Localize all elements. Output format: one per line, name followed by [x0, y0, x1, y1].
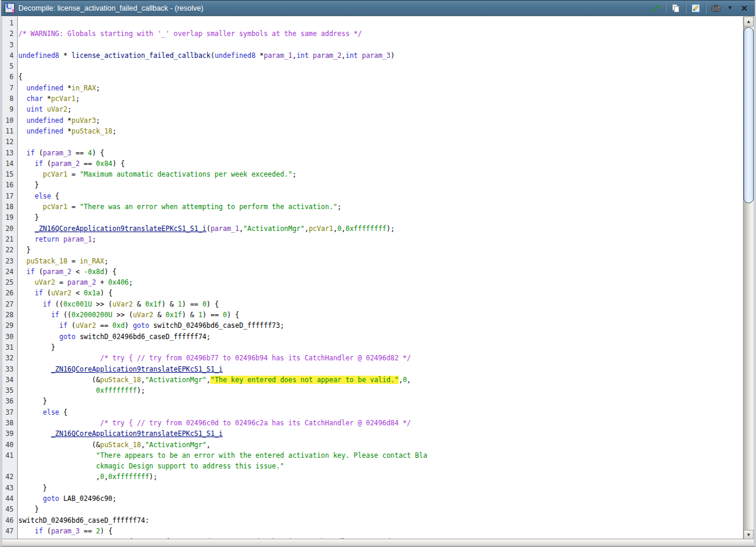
snapshot-camera-icon[interactable] — [709, 2, 723, 15]
code-line[interactable]: 38 /* try { // try from 02496c0d to 0249… — [2, 418, 743, 428]
vertical-scrollbar[interactable]: ▲ ▼ — [743, 17, 754, 540]
line-content: goto LAB_02496c90; — [16, 493, 116, 504]
line-number: 43 — [2, 483, 16, 493]
line-number: 36 — [2, 396, 16, 406]
code-line[interactable]: 14 if (param_2 == 0x84) { — [2, 158, 743, 169]
line-content: if (param_3 == 4) { — [16, 148, 104, 158]
line-number: 1 — [2, 18, 16, 28]
line-content: (&puStack_18,"ActivationMgr", — [16, 439, 210, 450]
horizontal-scrollbar[interactable] — [2, 539, 754, 545]
line-content: else { — [16, 191, 59, 201]
line-number: 45 — [2, 504, 16, 515]
code-line[interactable]: 22 } — [2, 245, 743, 255]
line-number: 25 — [2, 277, 16, 288]
code-line[interactable]: 10 undefined *puVar3; — [2, 115, 743, 126]
line-content: "There appears to be an error with the e… — [16, 450, 427, 461]
titlebar-actions: ▼ ✕ — [649, 1, 751, 15]
code-line[interactable]: 7 undefined *in_RAX; — [2, 83, 743, 93]
line-content: if (uVar2 < 0x1a) { — [16, 288, 112, 298]
code-line[interactable]: 3 — [2, 40, 743, 50]
code-line[interactable]: 13 if (param_3 == 4) { — [2, 148, 743, 158]
code-line[interactable]: 31 } — [2, 342, 743, 353]
line-number — [2, 461, 16, 471]
line-number: 30 — [2, 331, 16, 342]
code-line[interactable]: 23 puStack_18 = in_RAX; — [2, 256, 743, 266]
code-line[interactable]: 33 _ZN16QCoreApplication9translateEPKcS1… — [2, 364, 743, 375]
code-line[interactable]: 21 return param_1; — [2, 234, 743, 245]
scroll-down-button[interactable]: ▼ — [744, 530, 754, 540]
code-line[interactable]: 25 uVar2 = param_2 + 0x406; — [2, 277, 743, 288]
code-line[interactable]: 8 char *pcVar1; — [2, 93, 743, 104]
line-number: 5 — [2, 61, 16, 71]
code-line[interactable]: 39 _ZN16QCoreApplication9translateEPKcS1… — [2, 428, 743, 439]
code-line[interactable]: 41 "There appears to be an error with th… — [2, 450, 743, 461]
code-line[interactable]: 9 uint uVar2; — [2, 104, 743, 115]
toolbar-separator — [665, 3, 666, 14]
code-line[interactable]: 24 if (param_2 < -0x8d) { — [2, 266, 743, 277]
code-line[interactable]: 28 if ((0x2000200U >> (uVar2 & 0x1f) & 1… — [2, 310, 743, 320]
code-line[interactable]: 6{ — [2, 71, 743, 82]
code-line[interactable]: 43 } — [2, 483, 743, 493]
line-number: 42 — [2, 471, 16, 482]
line-content: _ZN16QCoreApplication9translateEPKcS1_S1… — [16, 223, 395, 234]
edit-icon[interactable] — [689, 2, 703, 15]
code-line[interactable]: 27 if ((0xc001U >> (uVar2 & 0x1f) & 1) =… — [2, 299, 743, 310]
line-content: if (param_2 < -0x8d) { — [16, 266, 116, 277]
code-line[interactable]: 44 goto LAB_02496c90; — [2, 493, 743, 504]
code-line[interactable]: 34 (&puStack_18,"ActivationMgr","The key… — [2, 375, 743, 385]
scroll-up-button[interactable]: ▲ — [744, 17, 754, 27]
line-content: undefined8 * license_activation_failed_c… — [16, 50, 395, 61]
line-number: 41 — [2, 450, 16, 461]
code-line[interactable]: 2/* WARNING: Globals starting with '_' o… — [2, 28, 743, 39]
close-icon[interactable]: ✕ — [737, 2, 751, 15]
code-line[interactable]: 11 undefined *puStack_18; — [2, 126, 743, 136]
dropdown-arrow-icon[interactable]: ▼ — [723, 2, 737, 15]
code-line[interactable]: 12 — [2, 136, 743, 147]
copy-icon[interactable] — [669, 2, 683, 15]
code-line[interactable]: 26 if (uVar2 < 0x1a) { — [2, 288, 743, 298]
line-number: 11 — [2, 126, 16, 136]
code-line[interactable]: 19 } — [2, 212, 743, 223]
code-line[interactable]: 30 goto switchD_02496bd6_caseD_ffffff74; — [2, 331, 743, 342]
code-line[interactable]: 32 /* try { // try from 02496b77 to 0249… — [2, 353, 743, 363]
line-content: } — [16, 483, 47, 493]
code-line[interactable]: 5 — [2, 61, 743, 71]
line-content: } — [16, 396, 47, 406]
vertical-scrollbar-thumb[interactable] — [744, 27, 754, 203]
line-content: if ((0x2000200U >> (uVar2 & 0x1f) & 1) =… — [16, 310, 239, 320]
line-content: pcVar1 = "Maximum automatic deactivation… — [16, 169, 296, 180]
code-line[interactable]: 1 — [2, 18, 743, 28]
code-line[interactable]: 45 } — [2, 504, 743, 515]
decompiler-code-panel[interactable]: 12/* WARNING: Globals starting with '_' … — [2, 17, 743, 540]
code-line[interactable]: 29 if (uVar2 == 0xd) goto switchD_02496b… — [2, 320, 743, 331]
line-content: (&puStack_18,"ActivationMgr","The key en… — [16, 375, 411, 385]
code-line[interactable]: 15 pcVar1 = "Maximum automatic deactivat… — [2, 169, 743, 180]
line-number: 14 — [2, 158, 16, 169]
code-line[interactable]: 42 ,0,0xffffffff); — [2, 471, 743, 482]
line-content: /* WARNING: Globals starting with '_' ov… — [16, 28, 362, 39]
line-number: 8 — [2, 93, 16, 104]
line-number: 47 — [2, 526, 16, 536]
code-line[interactable]: 20 _ZN16QCoreApplication9translateEPKcS1… — [2, 223, 743, 234]
titlebar[interactable]: Cf Decompile: license_activation_failed_… — [1, 0, 755, 16]
code-line[interactable]: 47 if (param_3 == 2) { — [2, 526, 743, 536]
line-number: 46 — [2, 515, 16, 526]
line-number: 17 — [2, 191, 16, 201]
refresh-icon[interactable] — [649, 2, 663, 15]
code-line[interactable]: 18 pcVar1 = "There was an error when att… — [2, 201, 743, 212]
code-line[interactable]: 17 else { — [2, 191, 743, 201]
line-content: if ((0xc001U >> (uVar2 & 0x1f) & 1) == 0… — [16, 299, 219, 310]
line-content: { — [16, 71, 22, 82]
code-line[interactable]: ckmagic Design support to address this i… — [2, 461, 743, 471]
code-line[interactable]: 4undefined8 * license_activation_failed_… — [2, 50, 743, 61]
line-content: uint uVar2; — [16, 104, 71, 115]
code-line[interactable]: 37 else { — [2, 407, 743, 418]
line-number: 40 — [2, 439, 16, 450]
line-content — [16, 40, 18, 50]
code-line[interactable]: 36 } — [2, 396, 743, 406]
code-line[interactable]: 40 (&puStack_18,"ActivationMgr", — [2, 439, 743, 450]
code-line[interactable]: 16 } — [2, 180, 743, 190]
line-number: 2 — [2, 28, 16, 39]
code-line[interactable]: 46switchD_02496bd6_caseD_ffffff74: — [2, 515, 743, 526]
code-line[interactable]: 35 0xffffffff); — [2, 385, 743, 396]
